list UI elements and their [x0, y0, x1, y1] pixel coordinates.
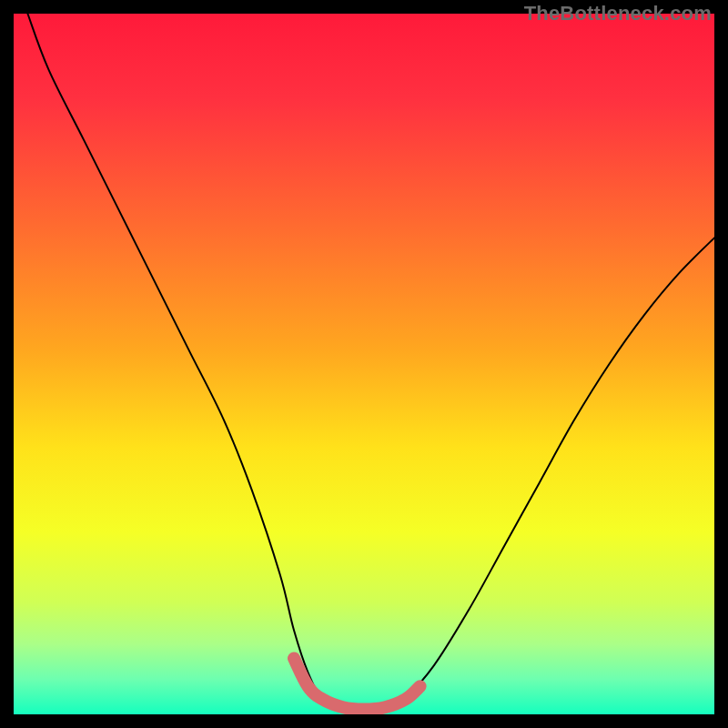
chart-curves [14, 14, 714, 714]
chart-frame: TheBottleneck.com [0, 0, 728, 728]
plot-area [14, 14, 714, 714]
watermark-text: TheBottleneck.com [524, 2, 712, 25]
bottleneck-curve [27, 14, 714, 710]
optimal-range-highlight [294, 658, 420, 709]
